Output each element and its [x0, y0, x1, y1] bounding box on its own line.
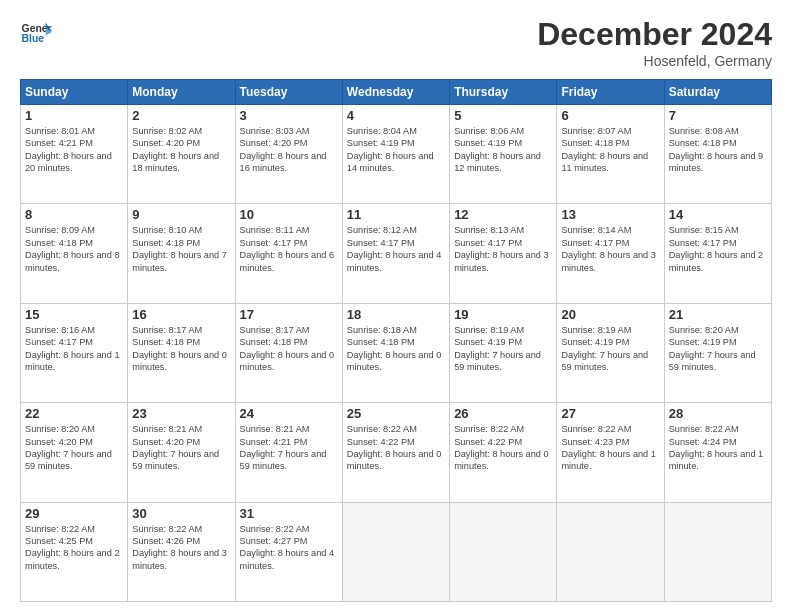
table-row: 17 Sunrise: 8:17 AM Sunset: 4:18 PM Dayl…	[235, 303, 342, 402]
table-row: 13 Sunrise: 8:14 AM Sunset: 4:17 PM Dayl…	[557, 204, 664, 303]
header: General Blue December 2024 Hosenfeld, Ge…	[20, 16, 772, 69]
table-row: 10 Sunrise: 8:11 AM Sunset: 4:17 PM Dayl…	[235, 204, 342, 303]
table-row: 3 Sunrise: 8:03 AM Sunset: 4:20 PM Dayli…	[235, 105, 342, 204]
calendar-row: 15 Sunrise: 8:16 AM Sunset: 4:17 PM Dayl…	[21, 303, 772, 402]
calendar-row: 1 Sunrise: 8:01 AM Sunset: 4:21 PM Dayli…	[21, 105, 772, 204]
table-row: 6 Sunrise: 8:07 AM Sunset: 4:18 PM Dayli…	[557, 105, 664, 204]
table-row: 9 Sunrise: 8:10 AM Sunset: 4:18 PM Dayli…	[128, 204, 235, 303]
header-row: Sunday Monday Tuesday Wednesday Thursday…	[21, 80, 772, 105]
page: General Blue December 2024 Hosenfeld, Ge…	[0, 0, 792, 612]
col-thursday: Thursday	[450, 80, 557, 105]
table-row: 14 Sunrise: 8:15 AM Sunset: 4:17 PM Dayl…	[664, 204, 771, 303]
empty-cell	[450, 502, 557, 601]
table-row: 12 Sunrise: 8:13 AM Sunset: 4:17 PM Dayl…	[450, 204, 557, 303]
table-row: 5 Sunrise: 8:06 AM Sunset: 4:19 PM Dayli…	[450, 105, 557, 204]
table-row: 25 Sunrise: 8:22 AM Sunset: 4:22 PM Dayl…	[342, 403, 449, 502]
svg-text:Blue: Blue	[22, 33, 45, 44]
table-row: 20 Sunrise: 8:19 AM Sunset: 4:19 PM Dayl…	[557, 303, 664, 402]
table-row: 22 Sunrise: 8:20 AM Sunset: 4:20 PM Dayl…	[21, 403, 128, 502]
col-tuesday: Tuesday	[235, 80, 342, 105]
table-row: 11 Sunrise: 8:12 AM Sunset: 4:17 PM Dayl…	[342, 204, 449, 303]
col-sunday: Sunday	[21, 80, 128, 105]
title-block: December 2024 Hosenfeld, Germany	[537, 16, 772, 69]
empty-cell	[557, 502, 664, 601]
location: Hosenfeld, Germany	[537, 53, 772, 69]
col-friday: Friday	[557, 80, 664, 105]
table-row: 29 Sunrise: 8:22 AM Sunset: 4:25 PM Dayl…	[21, 502, 128, 601]
table-row: 2 Sunrise: 8:02 AM Sunset: 4:20 PM Dayli…	[128, 105, 235, 204]
col-monday: Monday	[128, 80, 235, 105]
table-row: 26 Sunrise: 8:22 AM Sunset: 4:22 PM Dayl…	[450, 403, 557, 502]
col-wednesday: Wednesday	[342, 80, 449, 105]
table-row: 28 Sunrise: 8:22 AM Sunset: 4:24 PM Dayl…	[664, 403, 771, 502]
calendar-row: 29 Sunrise: 8:22 AM Sunset: 4:25 PM Dayl…	[21, 502, 772, 601]
table-row: 1 Sunrise: 8:01 AM Sunset: 4:21 PM Dayli…	[21, 105, 128, 204]
table-row: 8 Sunrise: 8:09 AM Sunset: 4:18 PM Dayli…	[21, 204, 128, 303]
table-row: 30 Sunrise: 8:22 AM Sunset: 4:26 PM Dayl…	[128, 502, 235, 601]
table-row: 21 Sunrise: 8:20 AM Sunset: 4:19 PM Dayl…	[664, 303, 771, 402]
table-row: 16 Sunrise: 8:17 AM Sunset: 4:18 PM Dayl…	[128, 303, 235, 402]
calendar-row: 8 Sunrise: 8:09 AM Sunset: 4:18 PM Dayli…	[21, 204, 772, 303]
col-saturday: Saturday	[664, 80, 771, 105]
table-row: 7 Sunrise: 8:08 AM Sunset: 4:18 PM Dayli…	[664, 105, 771, 204]
calendar-table: Sunday Monday Tuesday Wednesday Thursday…	[20, 79, 772, 602]
logo: General Blue	[20, 16, 52, 48]
table-row: 27 Sunrise: 8:22 AM Sunset: 4:23 PM Dayl…	[557, 403, 664, 502]
empty-cell	[342, 502, 449, 601]
table-row: 19 Sunrise: 8:19 AM Sunset: 4:19 PM Dayl…	[450, 303, 557, 402]
month-title: December 2024	[537, 16, 772, 53]
table-row: 4 Sunrise: 8:04 AM Sunset: 4:19 PM Dayli…	[342, 105, 449, 204]
logo-icon: General Blue	[20, 16, 52, 48]
table-row: 24 Sunrise: 8:21 AM Sunset: 4:21 PM Dayl…	[235, 403, 342, 502]
table-row: 15 Sunrise: 8:16 AM Sunset: 4:17 PM Dayl…	[21, 303, 128, 402]
table-row: 18 Sunrise: 8:18 AM Sunset: 4:18 PM Dayl…	[342, 303, 449, 402]
table-row: 31 Sunrise: 8:22 AM Sunset: 4:27 PM Dayl…	[235, 502, 342, 601]
calendar-row: 22 Sunrise: 8:20 AM Sunset: 4:20 PM Dayl…	[21, 403, 772, 502]
table-row: 23 Sunrise: 8:21 AM Sunset: 4:20 PM Dayl…	[128, 403, 235, 502]
empty-cell	[664, 502, 771, 601]
